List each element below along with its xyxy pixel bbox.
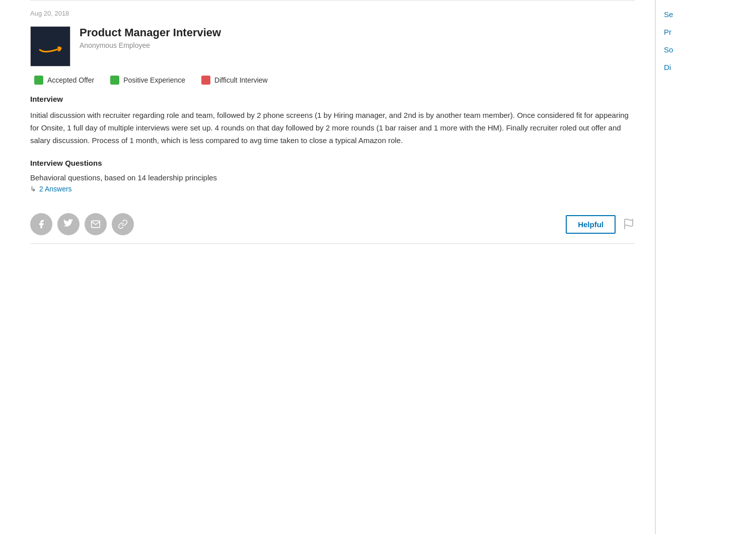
twitter-share-button[interactable]	[57, 213, 80, 235]
interview-body-text: Initial discussion with recruiter regard…	[30, 109, 635, 147]
facebook-share-button[interactable]	[30, 213, 52, 235]
difficult-interview-dot	[201, 76, 210, 85]
company-logo	[30, 26, 70, 66]
copy-link-button[interactable]	[112, 213, 134, 235]
review-header: Product Manager Interview Anonymous Empl…	[30, 26, 635, 66]
positive-experience-label: Positive Experience	[123, 76, 185, 84]
review-author: Anonymous Employee	[80, 41, 221, 49]
accepted-offer-label: Accepted Offer	[47, 76, 94, 84]
interview-questions-heading: Interview Questions	[30, 159, 635, 167]
sidebar-item-so[interactable]: So	[664, 45, 748, 54]
action-row: Helpful	[30, 203, 635, 243]
question-text: Behavioral questions, based on 14 leader…	[30, 173, 635, 182]
badges-row: Accepted Offer Positive Experience Diffi…	[30, 76, 635, 85]
difficult-interview-label: Difficult Interview	[214, 76, 268, 84]
answers-link[interactable]: ↳ 2 Answers	[30, 185, 635, 193]
interview-section-heading: Interview	[30, 95, 635, 103]
flag-button[interactable]	[623, 218, 635, 230]
answers-label: 2 Answers	[39, 185, 72, 193]
accepted-offer-dot	[34, 76, 43, 85]
badge-positive-experience: Positive Experience	[110, 76, 185, 85]
review-title-block: Product Manager Interview Anonymous Empl…	[80, 26, 221, 49]
interview-questions-section: Interview Questions Behavioral questions…	[30, 159, 635, 193]
helpful-button[interactable]: Helpful	[566, 215, 616, 234]
badge-accepted-offer: Accepted Offer	[34, 76, 94, 85]
badge-difficult-interview: Difficult Interview	[201, 76, 268, 85]
social-icons	[30, 213, 134, 235]
review-date: Aug 20, 2018	[30, 10, 635, 17]
right-actions: Helpful	[566, 215, 635, 234]
sidebar: Se Pr So Di	[655, 0, 756, 534]
sidebar-item-se[interactable]: Se	[664, 10, 748, 19]
sidebar-item-pr[interactable]: Pr	[664, 28, 748, 36]
review-title: Product Manager Interview	[80, 26, 221, 39]
positive-experience-dot	[110, 76, 119, 85]
answer-arrow-icon: ↳	[30, 185, 36, 193]
email-share-button[interactable]	[85, 213, 107, 235]
sidebar-item-di[interactable]: Di	[664, 63, 748, 72]
